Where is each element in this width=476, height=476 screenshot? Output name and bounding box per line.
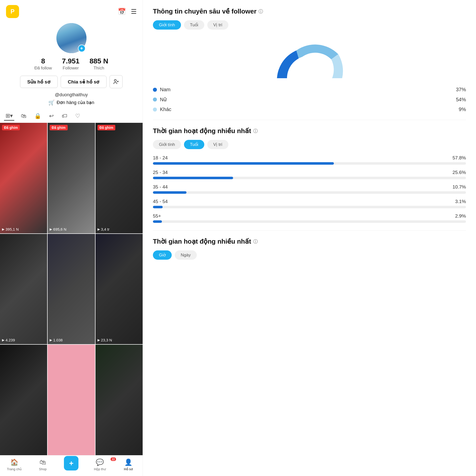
bar-fill-18-24 [153, 162, 334, 165]
legend-label-khac: Khác [160, 107, 171, 112]
bar-row-25-34: 25 - 34 25.6% [153, 170, 466, 179]
bar-fill-25-34 [153, 177, 233, 179]
home-icon: 🏠 [10, 458, 18, 466]
filter-location[interactable]: Vị trí [207, 20, 228, 30]
bottom-nav: 🏠 Trang chủ 🛍 Shop + 💬22 Hộp thư 👤 Hồ sơ [0, 455, 143, 476]
activity-filter-tabs: Giới tính Tuổi Vị trí [153, 140, 466, 149]
legend-item-nam: Nam 37% [153, 87, 466, 92]
right-panel: Thông tin chuyên sâu về follower ⓘ Giới … [143, 0, 476, 476]
tab-lock[interactable]: 🔒 [33, 112, 43, 120]
video-badge-2: Đã ghim [98, 125, 115, 130]
video-views-1: ▶ 695,6 N [50, 227, 66, 231]
activity-filter-location[interactable]: Vị trí [207, 140, 228, 149]
nav-home-label: Trang chủ [7, 467, 22, 471]
video-views-4: ▶ 1.038 [50, 338, 63, 342]
video-views-0: ▶ 395,1 N [2, 227, 19, 231]
follower-info-icon[interactable]: ⓘ [258, 9, 263, 15]
tab-grid[interactable]: ⊞▾ [4, 112, 14, 121]
bar-row-45-54: 45 - 54 3.1% [153, 199, 466, 208]
edit-profile-button[interactable]: Sửa hồ sơ [20, 76, 58, 88]
video-badge-0: Đã ghim [2, 125, 20, 130]
follower-section-title: Thông tin chuyên sâu về follower ⓘ [153, 8, 466, 15]
video-badge-1: Đã ghim [50, 125, 67, 130]
nav-home[interactable]: 🏠 Trang chủ [0, 458, 29, 471]
bar-track-35-44 [153, 191, 466, 194]
create-button[interactable]: + [64, 456, 78, 470]
video-cell[interactable]: ▶ 23,3 N [96, 234, 143, 344]
order-link[interactable]: 🛒 Đơn hàng của bạn [48, 100, 94, 106]
video-cell[interactable] [96, 345, 143, 455]
video-cell[interactable] [48, 345, 95, 455]
legend-pct-khac: 9% [459, 107, 466, 112]
legend-left-khac: Khác [153, 107, 171, 112]
svg-point-0 [114, 79, 116, 81]
tab-repost[interactable]: ↩ [48, 112, 55, 120]
video-cell[interactable]: ▶ 1.038 [48, 234, 95, 344]
bar-pct-55plus: 2.9% [455, 213, 466, 219]
bar-fill-55plus [153, 220, 162, 223]
video-grid: Đã ghim ▶ 395,1 N Đã ghim ▶ 695,6 N Đã g… [0, 123, 143, 455]
video-views-5: ▶ 23,3 N [98, 338, 112, 342]
add-friend-button[interactable] [110, 75, 123, 88]
video-cell[interactable]: ▶ 4.239 [0, 234, 47, 344]
share-profile-button[interactable]: Chia sẻ hồ sơ [61, 76, 107, 88]
donut-chart-container [153, 36, 466, 81]
video-cell[interactable]: Đã ghim ▶ 395,1 N [0, 123, 47, 233]
bar-label-45-54: 45 - 54 [153, 199, 168, 204]
bar-header-35-44: 35 - 44 10.7% [153, 184, 466, 190]
calendar-icon[interactable]: 📅 [118, 8, 126, 16]
filter-gender[interactable]: Giới tính [153, 20, 181, 30]
bar-header-18-24: 18 - 24 57.8% [153, 155, 466, 161]
bar-track-55plus [153, 220, 466, 223]
bar-pct-35-44: 10.7% [452, 184, 466, 190]
activity-filter-age[interactable]: Tuổi [184, 140, 204, 149]
legend-left-nam: Nam [153, 87, 170, 92]
activity2-filter-hour[interactable]: Giờ [153, 250, 172, 260]
activity2-filter-day[interactable]: Ngày [175, 250, 197, 260]
tab-liked[interactable]: ♡ [74, 112, 82, 120]
activity-info-icon[interactable]: ⓘ [253, 128, 258, 134]
nav-inbox[interactable]: 💬22 Hộp thư [85, 458, 114, 471]
follower-stat: 7.951 Follower [62, 57, 79, 71]
bar-row-18-24: 18 - 24 57.8% [153, 155, 466, 165]
video-cell[interactable]: Đã ghim ▶ 3,4 tr [96, 123, 143, 233]
menu-icon[interactable]: ☰ [131, 8, 137, 16]
logo: P [6, 5, 19, 18]
avatar-wrap: + [56, 23, 86, 53]
bar-header-25-34: 25 - 34 25.6% [153, 170, 466, 175]
activity2-info-icon[interactable]: ⓘ [253, 239, 258, 245]
bar-track-18-24 [153, 162, 466, 165]
filter-age[interactable]: Tuổi [184, 20, 204, 30]
bar-label-25-34: 25 - 34 [153, 170, 168, 175]
legend-item-nu: Nữ 54% [153, 97, 466, 103]
activity2-title-text: Thời gian hoạt động nhiều nhất [153, 238, 251, 245]
bar-pct-25-34: 25.6% [452, 170, 466, 175]
bar-track-45-54 [153, 206, 466, 208]
add-avatar-button[interactable]: + [78, 45, 85, 52]
activity-section-title: Thời gian hoạt động nhiều nhất ⓘ [153, 127, 466, 135]
bar-row-35-44: 35 - 44 10.7% [153, 184, 466, 194]
follower-filter-tabs: Giới tính Tuổi Vị trí [153, 20, 466, 30]
top-right-icons: 📅 ☰ [118, 8, 137, 16]
follow-stat: 8 Đã follow [34, 57, 52, 71]
bar-pct-18-24: 57.8% [452, 155, 466, 161]
activity2-filter-tabs: Giờ Ngày [153, 250, 466, 260]
tab-tagged[interactable]: 🏷 [60, 112, 69, 120]
shop-icon: 🛍 [40, 458, 46, 466]
cart-icon: 🛒 [48, 100, 55, 106]
tab-shop[interactable]: 🛍 [19, 112, 28, 120]
nav-create[interactable]: + [57, 458, 86, 471]
legend-pct-nu: 54% [456, 97, 466, 103]
activity-title-text: Thời gian hoạt động nhiều nhất [153, 127, 251, 135]
bar-label-18-24: 18 - 24 [153, 155, 168, 161]
activity-filter-gender[interactable]: Giới tính [153, 140, 181, 149]
bar-pct-45-54: 3.1% [455, 199, 466, 204]
follow-count: 8 [41, 57, 45, 65]
video-cell[interactable] [0, 345, 47, 455]
stats-row: 8 Đã follow 7.951 Follower 885 N Thích [34, 57, 108, 71]
video-cell[interactable]: Đã ghim ▶ 695,6 N [48, 123, 95, 233]
inbox-icon: 💬22 [96, 458, 104, 466]
nav-shop[interactable]: 🛍 Shop [29, 458, 57, 471]
nav-profile[interactable]: 👤 Hồ sơ [114, 458, 143, 471]
action-buttons: Sửa hồ sơ Chia sẻ hồ sơ [20, 75, 123, 88]
